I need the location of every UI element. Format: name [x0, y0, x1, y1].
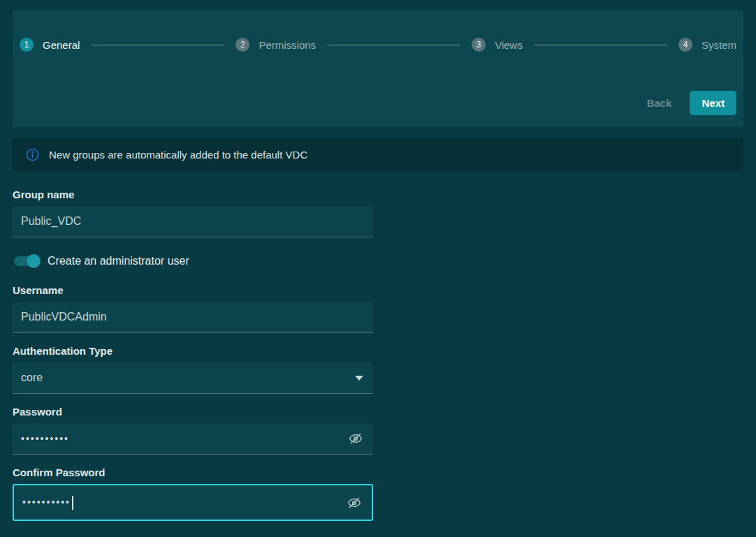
- step-number-badge: 2: [235, 38, 249, 52]
- confirm-password-label: Confirm Password: [13, 466, 373, 478]
- toggle-password-visibility-button[interactable]: [344, 427, 368, 450]
- group-name-input[interactable]: [13, 206, 373, 237]
- username-input[interactable]: [13, 302, 373, 333]
- banner-message: New groups are automatically added to th…: [49, 149, 307, 161]
- info-icon: [25, 147, 40, 162]
- step-connector: [327, 45, 460, 45]
- admin-toggle-label: Create an administrator user: [48, 255, 189, 267]
- auth-type-select[interactable]: core: [13, 362, 373, 394]
- auth-type-label: Authentication Type: [13, 345, 373, 357]
- step-label: Permissions: [259, 39, 316, 51]
- step-number-badge: 3: [472, 38, 486, 52]
- group-name-label: Group name: [13, 189, 373, 200]
- next-button[interactable]: Next: [690, 91, 736, 115]
- stepper: 1 General 2 Permissions 3 Views 4 System: [20, 38, 736, 52]
- step-label: Views: [495, 39, 523, 51]
- step-connector: [534, 45, 667, 45]
- back-button[interactable]: Back: [639, 91, 681, 115]
- password-masked-value: ••••••••••: [21, 423, 69, 455]
- stepper-card: 1 General 2 Permissions 3 Views 4 System…: [13, 10, 743, 127]
- confirm-password-input[interactable]: ••••••••••: [13, 484, 373, 521]
- step-number-badge: 4: [678, 38, 692, 52]
- step-label: System: [702, 39, 736, 51]
- confirm-password-masked-value: ••••••••••: [22, 487, 71, 518]
- stepper-step-permissions[interactable]: 2 Permissions: [235, 38, 316, 52]
- toggle-thumb: [27, 254, 41, 268]
- password-label: Password: [13, 406, 373, 418]
- admin-toggle-row: Create an administrator user: [13, 254, 373, 268]
- step-label: General: [43, 39, 80, 51]
- chevron-down-icon: [355, 376, 363, 381]
- general-form: Group name Create an administrator user …: [13, 189, 373, 521]
- auth-type-value: core: [21, 372, 43, 384]
- info-banner: New groups are automatically added to th…: [13, 138, 743, 171]
- text-cursor: [72, 496, 73, 510]
- eye-off-icon: [347, 495, 362, 510]
- password-input[interactable]: ••••••••••: [13, 423, 373, 455]
- step-connector: [91, 45, 224, 45]
- stepper-step-views[interactable]: 3 Views: [472, 38, 523, 52]
- stepper-step-general[interactable]: 1 General: [20, 38, 80, 52]
- eye-off-icon: [348, 431, 363, 446]
- username-label: Username: [13, 284, 373, 296]
- create-admin-toggle[interactable]: [14, 254, 39, 268]
- toggle-confirm-password-visibility-button[interactable]: [342, 491, 366, 515]
- create-group-wizard: 1 General 2 Permissions 3 Views 4 System…: [0, 10, 756, 521]
- wizard-actions: Back Next: [20, 91, 736, 115]
- stepper-step-system[interactable]: 4 System: [678, 38, 736, 52]
- step-number-badge: 1: [20, 38, 34, 52]
